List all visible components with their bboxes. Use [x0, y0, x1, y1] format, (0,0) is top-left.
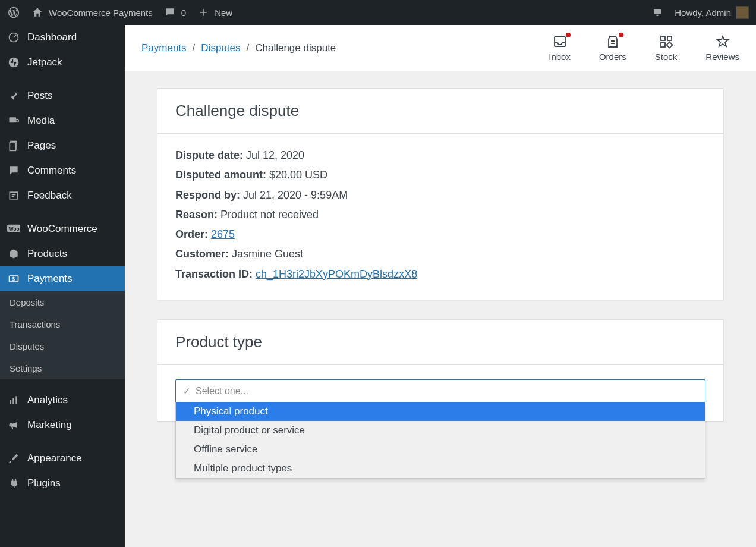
tab-orders[interactable]: Orders — [599, 34, 626, 62]
sidebar-item-pages[interactable]: Pages — [0, 133, 125, 158]
svg-rect-0 — [654, 9, 661, 14]
page-header: Payments / Disputes / Challenge dispute … — [125, 25, 756, 71]
sidebar-item-woocommerce[interactable]: Woo WooCommerce — [0, 216, 125, 241]
disputed-amount-row: Disputed amount: $20.00 USD — [175, 165, 705, 185]
star-icon — [714, 34, 732, 49]
sidebar-item-dashboard[interactable]: Dashboard — [0, 25, 125, 50]
submenu-item-deposits[interactable]: Deposits — [0, 291, 125, 313]
order-link[interactable]: 2675 — [211, 228, 235, 240]
respond-by-row: Respond by: Jul 21, 2020 - 9:59AM — [175, 186, 705, 205]
megaphone-icon — [7, 419, 20, 432]
svg-text:Woo: Woo — [9, 227, 20, 232]
svg-rect-19 — [661, 43, 665, 47]
payments-icon: $ — [7, 272, 20, 285]
detail-value: Product not received — [220, 209, 319, 221]
tab-label: Stock — [655, 52, 678, 62]
sidebar-item-marketing[interactable]: Marketing — [0, 413, 125, 438]
detail-value: Jul 21, 2020 - 9:59AM — [243, 189, 348, 201]
dropdown-option-multiple[interactable]: Multiple product types — [176, 459, 705, 478]
svg-point-3 — [9, 58, 19, 68]
plus-icon — [197, 6, 210, 19]
svg-rect-17 — [661, 36, 665, 40]
detail-label: Transaction ID: — [175, 268, 253, 280]
site-name: WooCommerce Payments — [49, 8, 153, 18]
jetpack-icon — [7, 56, 20, 69]
detail-label: Dispute date: — [175, 149, 243, 161]
dropdown-option-digital[interactable]: Digital product or service — [176, 421, 705, 440]
sidebar-item-label: Dashboard — [27, 32, 77, 43]
admin-bar: WooCommerce Payments 0 New Howdy, Admin — [0, 0, 756, 25]
breadcrumb-payments[interactable]: Payments — [141, 42, 187, 54]
tab-stock[interactable]: Stock — [655, 34, 678, 62]
sidebar-item-plugins[interactable]: Plugins — [0, 471, 125, 496]
brush-icon — [7, 452, 20, 465]
sidebar-item-label: Feedback — [27, 190, 72, 202]
comments-link[interactable]: 0 — [163, 6, 186, 19]
wp-logo[interactable] — [7, 6, 20, 19]
sidebar-item-label: Jetpack — [27, 56, 62, 68]
detail-value: $20.00 USD — [269, 169, 327, 181]
check-icon: ✓ — [183, 386, 191, 397]
detail-label: Reason: — [175, 209, 218, 221]
submenu-item-settings[interactable]: Settings — [0, 357, 125, 379]
feedback-icon — [7, 189, 20, 202]
sidebar-item-feedback[interactable]: Feedback — [0, 183, 125, 208]
breadcrumb-separator: / — [246, 42, 249, 54]
media-icon — [7, 114, 20, 127]
pin-icon — [7, 89, 20, 102]
card-header: Challenge dispute — [158, 89, 723, 134]
analytics-icon — [7, 394, 20, 407]
dropdown-option-physical[interactable]: Physical product — [176, 402, 705, 421]
sidebar-item-media[interactable]: Media — [0, 108, 125, 133]
svg-rect-18 — [667, 36, 672, 40]
svg-rect-20 — [666, 42, 672, 48]
comment-icon — [163, 6, 177, 19]
transaction-link[interactable]: ch_1H3ri2JbXyPOKmDyBlsdzxX8 — [256, 268, 417, 280]
tab-reviews[interactable]: Reviews — [705, 34, 739, 62]
tab-label: Inbox — [549, 52, 571, 62]
orders-icon — [604, 34, 622, 49]
home-icon — [31, 6, 44, 19]
comment-icon — [7, 164, 20, 177]
transaction-row: Transaction ID: ch_1H3ri2JbXyPOKmDyBlsdz… — [175, 265, 705, 284]
select-placeholder: Select one... — [196, 386, 248, 397]
sidebar-item-comments[interactable]: Comments — [0, 158, 125, 183]
order-row: Order: 2675 — [175, 225, 705, 244]
account-link[interactable]: Howdy, Admin — [675, 6, 749, 19]
dropdown-option-offline[interactable]: Offline service — [176, 440, 705, 459]
new-content-link[interactable]: New — [197, 6, 232, 19]
submenu-item-disputes[interactable]: Disputes — [0, 335, 125, 357]
submenu-item-transactions[interactable]: Transactions — [0, 313, 125, 335]
sidebar-item-products[interactable]: Products — [0, 241, 125, 266]
detail-value: Jul 12, 2020 — [246, 149, 304, 161]
sidebar-item-posts[interactable]: Posts — [0, 83, 125, 108]
detail-label: Customer: — [175, 248, 229, 260]
sidebar-item-appearance[interactable]: Appearance — [0, 446, 125, 471]
payments-submenu: Deposits Transactions Disputes Settings — [0, 291, 125, 379]
sidebar-item-payments[interactable]: $ Payments — [0, 266, 125, 291]
product-type-select[interactable]: ✓ Select one... — [175, 379, 705, 403]
svg-rect-15 — [15, 396, 17, 404]
sidebar-item-jetpack[interactable]: Jetpack — [0, 50, 125, 75]
notification-dot — [566, 33, 571, 37]
tab-inbox[interactable]: Inbox — [549, 34, 571, 62]
detail-label: Disputed amount: — [175, 169, 266, 181]
sidebar-item-label: Payments — [27, 273, 73, 285]
sidebar-item-label: Pages — [27, 140, 56, 152]
dashboard-icon — [7, 31, 20, 44]
activity-panel: Inbox Orders Stock — [549, 34, 739, 62]
breadcrumb-separator: / — [193, 42, 196, 54]
svg-point-5 — [15, 120, 18, 122]
bell-icon — [651, 6, 664, 19]
breadcrumb-disputes[interactable]: Disputes — [201, 42, 240, 54]
new-label: New — [215, 8, 232, 18]
product-type-dropdown: Physical product Digital product or serv… — [175, 402, 705, 479]
sidebar-item-analytics[interactable]: Analytics — [0, 388, 125, 413]
plug-icon — [7, 477, 20, 490]
site-link[interactable]: WooCommerce Payments — [31, 6, 153, 19]
pages-icon — [7, 139, 20, 152]
products-icon — [7, 247, 20, 260]
svg-text:$: $ — [12, 276, 15, 282]
sidebar-item-label: Marketing — [27, 419, 72, 431]
notifications-link[interactable] — [651, 6, 664, 19]
